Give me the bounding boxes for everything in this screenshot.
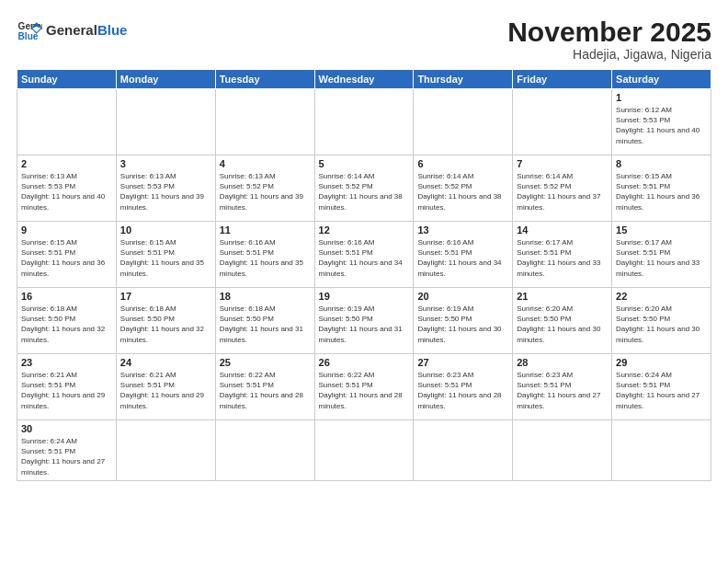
table-row: 13Sunrise: 6:16 AMSunset: 5:51 PMDayligh… (414, 222, 513, 288)
table-row: 5Sunrise: 6:14 AMSunset: 5:52 PMDaylight… (314, 155, 414, 222)
table-row: 1Sunrise: 6:12 AMSunset: 5:53 PMDaylight… (612, 89, 711, 155)
empty-cell (215, 89, 314, 155)
table-row: 20Sunrise: 6:19 AMSunset: 5:50 PMDayligh… (414, 288, 513, 354)
logo-text: GeneralBlue (46, 23, 127, 37)
table-row: 6Sunrise: 6:14 AMSunset: 5:52 PMDaylight… (414, 155, 513, 222)
logo: General Blue GeneralBlue (17, 17, 127, 42)
table-row: 24Sunrise: 6:21 AMSunset: 5:51 PMDayligh… (116, 354, 215, 420)
table-row: 18Sunrise: 6:18 AMSunset: 5:50 PMDayligh… (215, 288, 314, 354)
empty-cell (17, 89, 117, 155)
empty-cell (314, 420, 414, 481)
table-row: 27Sunrise: 6:23 AMSunset: 5:51 PMDayligh… (414, 354, 513, 420)
empty-cell (513, 420, 612, 481)
empty-cell (116, 89, 215, 155)
table-row: 22Sunrise: 6:20 AMSunset: 5:50 PMDayligh… (612, 288, 711, 354)
table-row: 3Sunrise: 6:13 AMSunset: 5:53 PMDaylight… (116, 155, 215, 222)
empty-cell (314, 89, 414, 155)
header-wednesday: Wednesday (314, 70, 414, 89)
header-thursday: Thursday (414, 70, 513, 89)
header-friday: Friday (513, 70, 612, 89)
logo-icon: General Blue (17, 17, 42, 42)
table-row: 10Sunrise: 6:15 AMSunset: 5:51 PMDayligh… (116, 222, 215, 288)
table-row: 4Sunrise: 6:13 AMSunset: 5:52 PMDaylight… (215, 155, 314, 222)
table-row: 7Sunrise: 6:14 AMSunset: 5:52 PMDaylight… (513, 155, 612, 222)
header-saturday: Saturday (612, 70, 711, 89)
empty-cell (513, 89, 612, 155)
header-monday: Monday (116, 70, 215, 89)
table-row: 23Sunrise: 6:21 AMSunset: 5:51 PMDayligh… (17, 354, 117, 420)
month-title: November 2025 (507, 17, 711, 47)
table-row: 9Sunrise: 6:15 AMSunset: 5:51 PMDaylight… (17, 222, 117, 288)
title-block: November 2025 Hadejia, Jigawa, Nigeria (507, 17, 711, 62)
header: General Blue GeneralBlue November 2025 H… (17, 17, 711, 62)
table-row: 29Sunrise: 6:24 AMSunset: 5:51 PMDayligh… (612, 354, 711, 420)
page: General Blue GeneralBlue November 2025 H… (0, 0, 728, 563)
table-row: 19Sunrise: 6:19 AMSunset: 5:50 PMDayligh… (314, 288, 414, 354)
table-row: 11Sunrise: 6:16 AMSunset: 5:51 PMDayligh… (215, 222, 314, 288)
table-row: 21Sunrise: 6:20 AMSunset: 5:50 PMDayligh… (513, 288, 612, 354)
calendar-table: Sunday Monday Tuesday Wednesday Thursday… (17, 69, 711, 481)
table-row: 25Sunrise: 6:22 AMSunset: 5:51 PMDayligh… (215, 354, 314, 420)
table-row: 30Sunrise: 6:24 AMSunset: 5:51 PMDayligh… (17, 420, 117, 481)
empty-cell (612, 420, 711, 481)
table-row: 26Sunrise: 6:22 AMSunset: 5:51 PMDayligh… (314, 354, 414, 420)
table-row: 15Sunrise: 6:17 AMSunset: 5:51 PMDayligh… (612, 222, 711, 288)
header-sunday: Sunday (17, 70, 117, 89)
table-row: 17Sunrise: 6:18 AMSunset: 5:50 PMDayligh… (116, 288, 215, 354)
table-row: 12Sunrise: 6:16 AMSunset: 5:51 PMDayligh… (314, 222, 414, 288)
table-row: 8Sunrise: 6:15 AMSunset: 5:51 PMDaylight… (612, 155, 711, 222)
empty-cell (414, 420, 513, 481)
empty-cell (414, 89, 513, 155)
table-row: 16Sunrise: 6:18 AMSunset: 5:50 PMDayligh… (17, 288, 117, 354)
table-row: 28Sunrise: 6:23 AMSunset: 5:51 PMDayligh… (513, 354, 612, 420)
table-row: 14Sunrise: 6:17 AMSunset: 5:51 PMDayligh… (513, 222, 612, 288)
table-row: 2Sunrise: 6:13 AMSunset: 5:53 PMDaylight… (17, 155, 117, 222)
empty-cell (215, 420, 314, 481)
header-tuesday: Tuesday (215, 70, 314, 89)
svg-text:Blue: Blue (18, 31, 39, 41)
empty-cell (116, 420, 215, 481)
weekday-header-row: Sunday Monday Tuesday Wednesday Thursday… (17, 70, 711, 89)
location: Hadejia, Jigawa, Nigeria (507, 47, 711, 62)
